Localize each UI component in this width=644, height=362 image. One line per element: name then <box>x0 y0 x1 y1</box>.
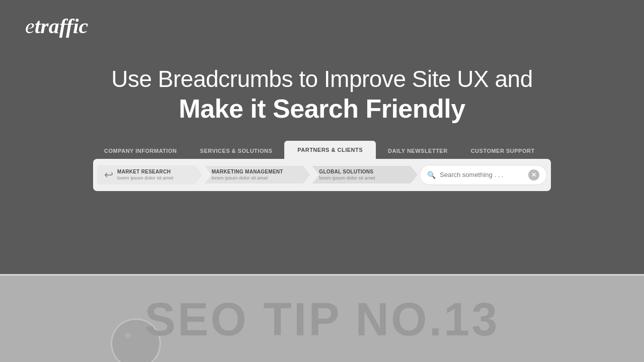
headline-line2: Make it Search Friendly <box>111 93 532 124</box>
search-icon: 🔍 <box>427 171 436 179</box>
breadcrumb-subtitle-global-solutions: lorem ipsum dolor sit amet <box>319 175 375 180</box>
breadcrumb-item-global-solutions[interactable]: GLOBAL SOLUTIONS lorem ipsum dolor sit a… <box>312 166 418 184</box>
logo: etraffic <box>25 14 88 38</box>
logo-e: e <box>25 14 35 38</box>
breadcrumb-subtitle-marketing-management: lorem ipsum dolor sit amet <box>212 175 283 180</box>
seo-tip-text: SEO TIP NO.13 <box>145 293 500 346</box>
breadcrumb-text-global-solutions: GLOBAL SOLUTIONS lorem ipsum dolor sit a… <box>319 169 375 180</box>
bottom-section: SEO TIP NO.13 <box>0 276 644 362</box>
breadcrumb-title-marketing-management: MARKETING MANAGEMENT <box>212 169 283 174</box>
top-section: etraffic Use Breadcrumbs to Improve Site… <box>0 0 644 274</box>
nav-breadcrumb-wrapper: COMPANY INFORMATION SERVICES & SOLUTIONS… <box>93 141 551 191</box>
tab-daily-newsletter[interactable]: DAILY NEWSLETTER <box>377 143 459 159</box>
tab-partners-clients[interactable]: PARTNERS & CLIENTS <box>284 141 376 159</box>
search-clear-button[interactable]: ✕ <box>528 169 539 180</box>
breadcrumb-subtitle-market-research: lorem ipsum dolor sit amet <box>117 175 173 180</box>
circle-dot <box>125 332 131 338</box>
headline-line1: Use Breadcrumbs to Improve Site UX and <box>111 65 532 93</box>
logo-traffic: traffic <box>35 14 89 38</box>
breadcrumb-bar: ↩ MARKET RESEARCH lorem ipsum dolor sit … <box>93 159 551 191</box>
search-input[interactable] <box>440 171 524 178</box>
breadcrumb-text-market-research: MARKET RESEARCH lorem ipsum dolor sit am… <box>117 169 173 180</box>
breadcrumb-item-marketing-management[interactable]: MARKETING MANAGEMENT lorem ipsum dolor s… <box>205 166 310 184</box>
search-box[interactable]: 🔍 ✕ <box>420 165 547 185</box>
tab-company-information[interactable]: COMPANY INFORMATION <box>93 143 188 159</box>
breadcrumb-title-global-solutions: GLOBAL SOLUTIONS <box>319 169 375 174</box>
tab-customer-support[interactable]: CUSTOMER SUPPORT <box>460 143 546 159</box>
breadcrumb-title-market-research: MARKET RESEARCH <box>117 169 173 174</box>
breadcrumb-item-market-research[interactable]: ↩ MARKET RESEARCH lorem ipsum dolor sit … <box>97 165 203 185</box>
arrow-icon: ↩ <box>104 168 113 182</box>
tab-services-solutions[interactable]: SERVICES & SOLUTIONS <box>189 143 284 159</box>
nav-tabs-row: COMPANY INFORMATION SERVICES & SOLUTIONS… <box>93 141 546 159</box>
headline-area: Use Breadcrumbs to Improve Site UX and M… <box>111 65 532 125</box>
breadcrumb-text-marketing-management: MARKETING MANAGEMENT lorem ipsum dolor s… <box>212 169 283 180</box>
